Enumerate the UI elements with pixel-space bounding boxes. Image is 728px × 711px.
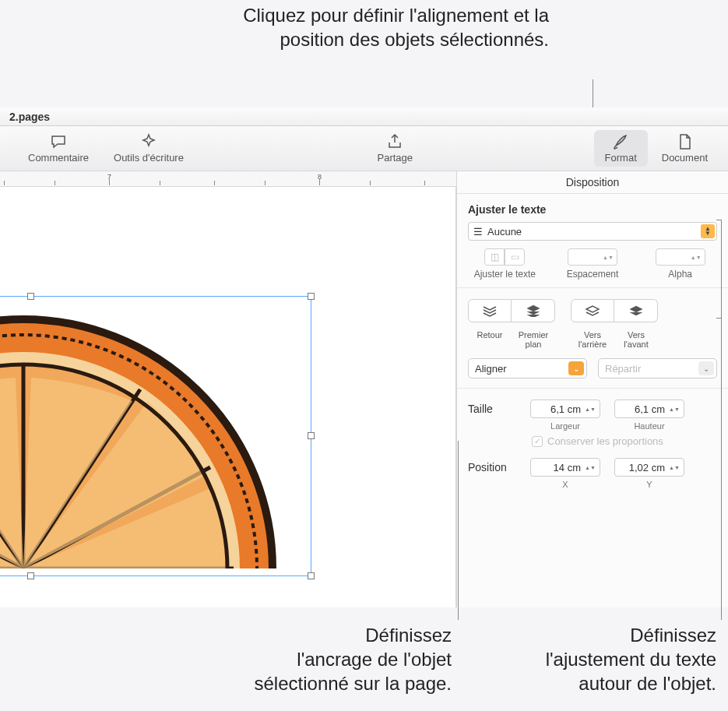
distribute-dropdown[interactable]: Répartir ⌄	[598, 358, 717, 378]
backward-label: Vers l'arrière	[571, 330, 614, 349]
toolbar-document-label: Document	[662, 152, 708, 164]
selection-box	[0, 296, 311, 576]
height-input[interactable]: 6,1 cm ▲▼	[614, 399, 684, 418]
chevron-updown-icon: ▲▼	[701, 224, 715, 238]
stepper-arrows-icon: ▲▼	[584, 407, 596, 412]
spacing-label: Espacement	[567, 269, 619, 280]
comment-icon	[50, 133, 67, 150]
toolbar: Commentaire Outils d'écriture Partage Fo…	[0, 126, 728, 171]
bring-forward-button[interactable]	[614, 299, 658, 322]
fit-label: Ajuster le texte	[474, 269, 536, 280]
alpha-stepper[interactable]: ▲▼	[656, 248, 705, 266]
inspector-tab-arrange[interactable]: Disposition	[457, 171, 728, 194]
checkbox-icon: ✓	[532, 436, 543, 447]
fit-rect-button[interactable]: ▭	[505, 248, 525, 266]
wrap-none-icon: ☰	[473, 226, 483, 238]
y-input[interactable]: 1,02 cm ▲▼	[614, 458, 684, 477]
toolbar-document-button[interactable]: Document	[649, 133, 720, 164]
distribute-label: Répartir	[605, 363, 641, 375]
brush-icon	[612, 133, 629, 150]
align-dropdown[interactable]: Aligner ⌄	[468, 358, 587, 378]
alpha-input[interactable]	[656, 252, 689, 262]
position-label: Position	[468, 461, 522, 473]
width-sublabel: Largeur	[530, 421, 600, 431]
callout-anchor: Définissez l'ancrage de l'objet sélectio…	[218, 623, 452, 696]
callout-line	[458, 441, 459, 620]
toolbar-writing-tools-label: Outils d'écriture	[114, 152, 184, 164]
width-input[interactable]: 6,1 cm ▲▼	[530, 399, 600, 418]
forward-label: Vers l'avant	[614, 330, 658, 349]
selection-handle[interactable]	[308, 572, 315, 579]
toolbar-share-label: Partage	[377, 152, 413, 164]
layer-section: Retour Premier plan Vers l'arrière Vers …	[457, 288, 728, 389]
toolbar-format-label: Format	[605, 152, 637, 164]
fit-tight-button[interactable]: ◫	[484, 248, 505, 266]
callout-anchor-l1: Définissez	[218, 623, 452, 647]
stepper-arrows-icon: ▲▼	[668, 407, 681, 412]
toolbar-comment-button[interactable]: Commentaire	[16, 133, 101, 164]
selection-handle[interactable]	[308, 293, 315, 300]
selection-handle[interactable]	[308, 432, 315, 439]
stepper-arrows-icon: ▲▼	[668, 465, 681, 470]
inspector-sidebar: Disposition Ajuster le texte ☰ Aucune ▲▼…	[456, 171, 728, 607]
callout-anchor-l2: l'ancrage de l'objet	[218, 647, 452, 671]
stepper-arrows-icon: ▲▼	[689, 255, 703, 260]
text-wrap-section: Ajuster le texte ☰ Aucune ▲▼ ◫ ▭ Ajuster…	[457, 194, 728, 288]
callout-top-text: Cliquez pour définir l'alignement et la …	[243, 5, 549, 50]
stepper-arrows-icon: ▲▼	[601, 255, 615, 260]
toolbar-writing-tools-button[interactable]: Outils d'écriture	[101, 133, 196, 164]
callout-wrap-l3: autour de l'objet.	[491, 671, 716, 695]
toolbar-share-button[interactable]: Partage	[364, 133, 425, 164]
back-label: Retour	[468, 330, 512, 349]
stack-back-icon	[482, 304, 498, 317]
document-title: 2.pages	[9, 111, 50, 123]
size-position-section: Taille 6,1 cm ▲▼ 6,1 cm ▲▼ Largeur Haute…	[457, 389, 728, 500]
layer-back-icon	[585, 305, 600, 316]
height-value: 6,1 cm	[635, 403, 665, 415]
lock-aspect-checkbox[interactable]: ✓ Conserver les proportions	[532, 435, 717, 447]
x-input[interactable]: 14 cm ▲▼	[530, 458, 600, 477]
toolbar-comment-label: Commentaire	[28, 152, 89, 164]
text-wrap-popup[interactable]: ☰ Aucune ▲▼	[468, 222, 717, 241]
callout-line	[721, 220, 722, 620]
share-icon	[386, 133, 403, 150]
callout-wrap-l1: Définissez	[491, 623, 716, 647]
send-to-back-button[interactable]	[468, 299, 512, 322]
send-backward-button[interactable]	[571, 299, 614, 322]
selection-handle[interactable]	[27, 572, 34, 579]
align-label: Aligner	[475, 363, 506, 375]
x-value: 14 cm	[554, 462, 581, 473]
front-label: Premier plan	[512, 330, 555, 349]
callout-line	[716, 220, 721, 220]
document-icon	[676, 133, 693, 150]
chevron-down-icon: ⌄	[568, 361, 584, 375]
y-value: 1,02 cm	[629, 462, 665, 473]
text-wrap-value: Aucune	[487, 226, 522, 238]
window-titlebar: 2.pages	[0, 107, 728, 126]
size-label: Taille	[468, 403, 522, 415]
callout-wrap-l2: l'ajustement du texte	[491, 647, 716, 671]
height-sublabel: Hauteur	[614, 421, 684, 431]
sparkle-icon	[140, 133, 157, 150]
alpha-label: Alpha	[668, 269, 692, 280]
callout-line	[716, 318, 721, 319]
layer-front-icon	[628, 305, 644, 316]
text-wrap-title: Ajuster le texte	[468, 203, 717, 216]
spacing-input[interactable]	[568, 252, 601, 262]
callout-wrap: Définissez l'ajustement du texte autour …	[491, 623, 716, 696]
width-value: 6,1 cm	[550, 403, 581, 415]
chevron-down-icon: ⌄	[698, 361, 714, 375]
callout-top: Cliquez pour définir l'alignement et la …	[175, 3, 549, 51]
selection-handle[interactable]	[27, 293, 34, 300]
inspector-tab-label: Disposition	[566, 176, 619, 188]
toolbar-format-button[interactable]: Format	[594, 130, 648, 167]
stepper-arrows-icon: ▲▼	[584, 465, 596, 470]
y-sublabel: Y	[614, 480, 684, 489]
lock-aspect-label: Conserver les proportions	[547, 435, 663, 447]
stack-front-icon	[526, 304, 541, 317]
spacing-stepper[interactable]: ▲▼	[568, 248, 617, 266]
x-sublabel: X	[530, 480, 600, 489]
document-canvas[interactable]	[0, 187, 456, 607]
bring-to-front-button[interactable]	[512, 299, 555, 322]
callout-anchor-l3: sélectionné sur la page.	[218, 671, 452, 695]
